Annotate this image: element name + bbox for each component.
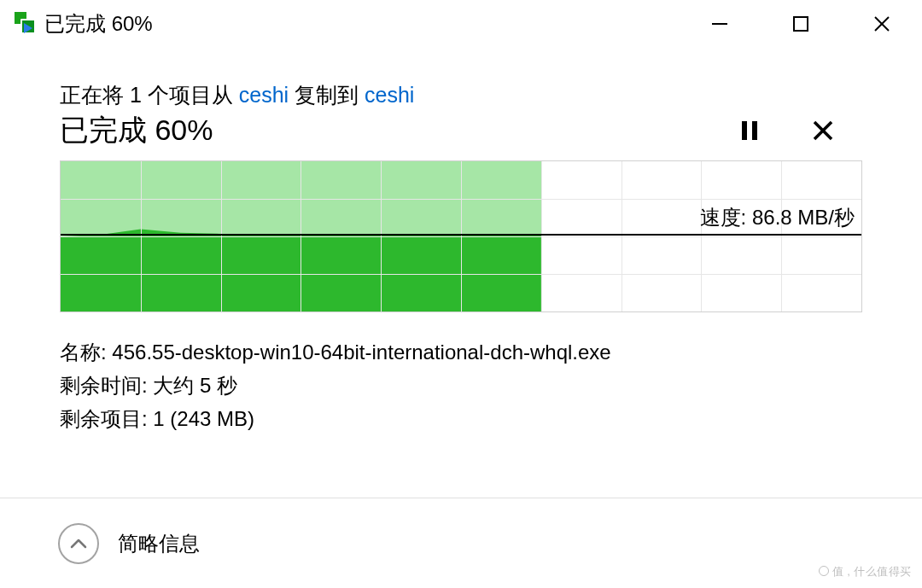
detail-remaining-time-label: 剩余时间:: [60, 374, 148, 397]
svg-rect-1: [794, 17, 808, 31]
speed-graph: 速度: 86.8 MB/秒: [60, 160, 862, 312]
copy-suffix: 个项目从: [142, 83, 239, 107]
toggle-details-button[interactable]: [58, 523, 99, 564]
svg-rect-5: [752, 121, 757, 140]
speed-graph-average-line: [61, 234, 861, 236]
maximize-button[interactable]: [760, 0, 841, 47]
copy-count: 1: [130, 83, 142, 107]
chevron-up-icon: [70, 538, 87, 550]
copy-mid: 复制到: [289, 83, 365, 107]
close-button[interactable]: [841, 0, 922, 47]
pause-button[interactable]: [734, 115, 765, 146]
bottom-bar: 简略信息: [0, 498, 922, 588]
cancel-button[interactable]: [808, 115, 838, 146]
window-controls: [679, 0, 922, 47]
dialog-body: 正在将 1 个项目从 ceshi 复制到 ceshi 已完成 60%: [0, 47, 922, 436]
watermark: 值 , 什么值得买: [819, 564, 912, 579]
progress-controls: [734, 115, 862, 146]
detail-name-value: 456.55-desktop-win10-64bit-international…: [112, 341, 610, 364]
detail-remaining-items-label: 剩余项目:: [60, 407, 148, 430]
detail-name-label: 名称:: [60, 341, 107, 364]
detail-remaining-time-row: 剩余时间: 大约 5 秒: [60, 370, 862, 403]
detail-name-row: 名称: 456.55-desktop-win10-64bit-internati…: [60, 336, 862, 370]
window-title: 已完成 60%: [44, 10, 153, 38]
detail-remaining-items-row: 剩余项目: 1 (243 MB): [60, 403, 862, 436]
speed-graph-area: [61, 161, 541, 311]
copy-description: 正在将 1 个项目从 ceshi 复制到 ceshi: [60, 81, 862, 109]
progress-row: 已完成 60%: [60, 111, 862, 150]
detail-remaining-time-value: 大约 5 秒: [153, 374, 237, 397]
svg-rect-4: [742, 121, 747, 140]
destination-folder-link[interactable]: ceshi: [365, 83, 414, 107]
close-icon: [812, 119, 834, 142]
progress-percent-text: 已完成 60%: [60, 111, 213, 150]
speed-label: 速度: 86.8 MB/秒: [700, 204, 855, 231]
detail-remaining-items-value: 1 (243 MB): [153, 407, 254, 430]
transfer-details: 名称: 456.55-desktop-win10-64bit-internati…: [60, 336, 862, 436]
window-titlebar: 已完成 60%: [0, 0, 922, 47]
copy-progress-icon: [12, 12, 36, 36]
copy-prefix: 正在将: [60, 83, 130, 107]
minimize-button[interactable]: [679, 0, 760, 47]
pause-icon: [740, 119, 759, 142]
source-folder-link[interactable]: ceshi: [239, 83, 289, 107]
toggle-details-label[interactable]: 简略信息: [118, 530, 200, 557]
